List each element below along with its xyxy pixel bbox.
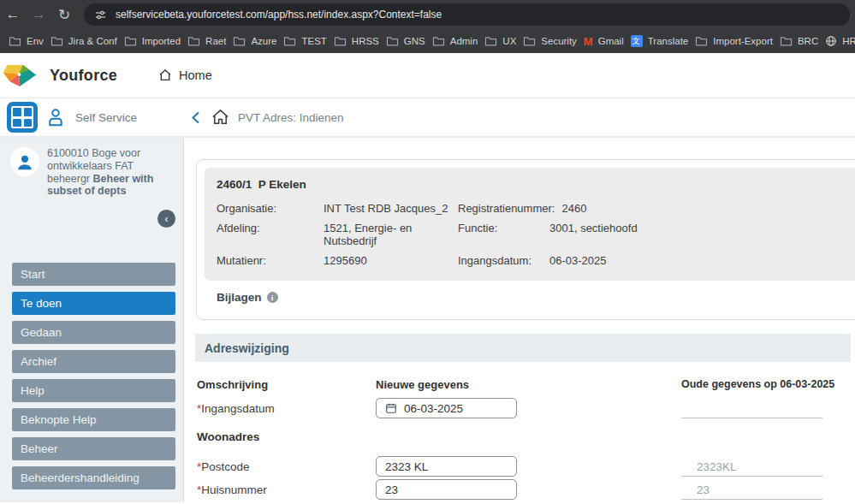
- bookmark-jira-conf[interactable]: Jira & Conf: [50, 36, 117, 46]
- translate-icon: [631, 35, 643, 47]
- bookmark-security[interactable]: Security: [523, 36, 577, 46]
- bookmark-hrss[interactable]: HRSS: [334, 36, 379, 46]
- section-header: Adreswijziging: [195, 334, 851, 362]
- app-name-label: Self Service: [75, 111, 137, 124]
- field-value: 3001, sectiehoofd: [549, 222, 855, 247]
- globe-icon: [825, 35, 837, 47]
- form-row-postcode: *Postcode 2323 KL 2323KL: [197, 456, 855, 477]
- employee-card: 2460/1 P Ekelen Organisatie: INT Test RD…: [196, 159, 855, 320]
- user-icon: [47, 108, 64, 127]
- bookmark-hr-s[interactable]: HR S: [825, 35, 855, 47]
- ingangsdatum-old-value: [681, 398, 822, 418]
- sidebar-item-start[interactable]: Start: [12, 263, 175, 286]
- user-description: 6100010 Boge voor ontwikkelaars FAT behe…: [47, 147, 178, 198]
- field-label: Ingangsdatum:: [458, 254, 549, 267]
- field-label: Postcode: [201, 460, 249, 473]
- browser-toolbar: ← → ↻ selfservicebeta.youforcetest.com/a…: [0, 0, 855, 29]
- employee-title: 2460/1 P Ekelen: [217, 178, 855, 191]
- postcode-input[interactable]: 2323 KL: [376, 456, 517, 477]
- site-settings-icon[interactable]: [94, 9, 107, 21]
- field-value: 06-03-2025: [549, 254, 855, 267]
- sidebar: 6100010 Boge voor ontwikkelaars FAT behe…: [0, 138, 184, 502]
- home-link[interactable]: Home: [158, 68, 212, 82]
- form-row-ingangsdatum: *Ingangsdatum 06-03-2025: [197, 398, 855, 418]
- sidebar-item-te-doen[interactable]: Te doen: [12, 292, 175, 315]
- bookmark-ux[interactable]: UX: [484, 36, 516, 46]
- brand-name: Youforce: [50, 67, 117, 85]
- info-icon[interactable]: i: [267, 292, 278, 303]
- field-value: 2460: [561, 202, 855, 215]
- sidebar-item-help[interactable]: Help: [12, 379, 175, 402]
- sidebar-item-beheer[interactable]: Beheer: [12, 437, 175, 460]
- field-label: Registratienummer:: [458, 202, 561, 215]
- field-value: INT Test RDB Jacques_2: [324, 202, 458, 215]
- sidebar-item-archief[interactable]: Archief: [12, 350, 175, 373]
- field-value: 1521, Energie- en Nutsbedrijf: [324, 222, 458, 247]
- main-content: 2460/1 P Ekelen Organisatie: INT Test RD…: [184, 138, 855, 502]
- app-grid-icon[interactable]: [7, 102, 38, 133]
- field-value: 1295690: [324, 254, 458, 267]
- column-header-description: Omschrijving: [197, 378, 376, 391]
- bookmark-brc[interactable]: BRC: [780, 36, 818, 46]
- ingangsdatum-input[interactable]: 06-03-2025: [376, 398, 517, 418]
- browser-chrome: ← → ↻ selfservicebeta.youforcetest.com/a…: [0, 0, 855, 53]
- breadcrumb-home-icon[interactable]: [211, 108, 230, 127]
- address-bar[interactable]: selfservicebeta.youforcetest.com/app/hss…: [84, 3, 850, 26]
- form-row-huisnummer: *Huisnummer 23 23: [197, 479, 855, 500]
- field-label: Huisnummer: [201, 483, 267, 496]
- address-form: Omschrijving Nieuwe gegevens Oude gegeve…: [197, 378, 855, 500]
- column-header-new: Nieuwe gegevens: [376, 378, 681, 391]
- sidebar-item-gedaan[interactable]: Gedaan: [12, 321, 175, 344]
- column-header-old: Oude gegevens op 06-03-2025: [681, 378, 822, 390]
- home-icon: [158, 68, 172, 82]
- back-chevron-icon[interactable]: [192, 111, 199, 124]
- url-text[interactable]: selfservicebeta.youforcetest.com/app/hss…: [116, 9, 442, 21]
- bookmark-import-export[interactable]: Import-Export: [695, 36, 773, 46]
- bookmark-azure[interactable]: Azure: [233, 36, 276, 46]
- field-label: Afdeling:: [217, 222, 324, 247]
- bookmark-raet[interactable]: Raet: [187, 36, 226, 46]
- sidebar-item-beheerdershandleiding[interactable]: Beheerdershandleiding: [12, 466, 175, 489]
- bookmark-gns[interactable]: GNS: [386, 36, 425, 46]
- breadcrumb-label: PVT Adres: Indienen: [238, 111, 344, 124]
- gmail-icon: M: [584, 35, 593, 48]
- group-label-woonadres: Woonadres: [197, 430, 855, 443]
- attachments-section: Bijlagen i: [217, 291, 855, 304]
- breadcrumb: PVT Adres: Indienen: [192, 108, 344, 127]
- forward-icon[interactable]: →: [26, 6, 51, 23]
- bookmark-env[interactable]: Env: [9, 36, 44, 46]
- bookmark-imported[interactable]: Imported: [124, 36, 181, 46]
- bookmark-admin[interactable]: Admin: [432, 36, 478, 46]
- back-icon[interactable]: ←: [0, 6, 26, 23]
- avatar-person-icon: [15, 152, 34, 171]
- huisnummer-input[interactable]: 23: [376, 479, 517, 500]
- postcode-old-value: 2323KL: [681, 456, 822, 477]
- huisnummer-old-value: 23: [681, 479, 822, 500]
- sidebar-item-beknopte-help[interactable]: Beknopte Help: [12, 408, 175, 431]
- calendar-icon[interactable]: [385, 402, 397, 414]
- sidebar-user: 6100010 Boge voor ontwikkelaars FAT behe…: [0, 138, 183, 198]
- bookmark-test[interactable]: TEST: [283, 36, 326, 46]
- field-label: Functie:: [458, 222, 549, 247]
- sidebar-menu: Start Te doen Gedaan Archief Help Beknop…: [12, 263, 175, 495]
- field-label: Organisatie:: [217, 202, 324, 215]
- subheader: Self Service PVT Adres: Indienen: [0, 98, 855, 138]
- field-label: Mutatienr:: [217, 254, 324, 267]
- app-header: Youforce Home: [0, 53, 855, 98]
- reload-icon[interactable]: ↻: [51, 6, 77, 24]
- attachments-label: Bijlagen: [217, 291, 262, 304]
- bookmark-gmail[interactable]: MGmail: [584, 35, 624, 48]
- bookmarks-bar: Env Jira & Conf Imported Raet Azure TEST…: [0, 29, 855, 53]
- employee-panel: 2460/1 P Ekelen Organisatie: INT Test RD…: [205, 168, 855, 281]
- sidebar-collapse-button[interactable]: ‹: [157, 210, 175, 228]
- youforce-logo: [0, 62, 39, 90]
- user-avatar: [10, 147, 39, 176]
- section-title: Adreswijziging: [205, 341, 289, 355]
- bookmark-translate[interactable]: Translate: [631, 35, 689, 47]
- field-label: Ingangsdatum: [201, 402, 275, 415]
